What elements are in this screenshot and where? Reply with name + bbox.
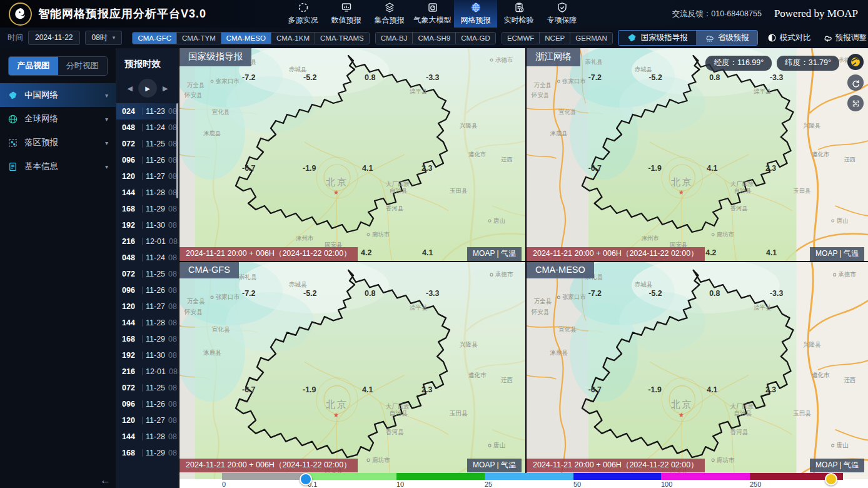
svg-text:大厂回族: 大厂回族 [730,402,754,409]
forecast-time-row[interactable]: 09611-2608 [116,152,179,168]
forecast-time: 08 [168,156,177,165]
nav-item-4[interactable]: 气象大模型 [411,0,454,28]
step-forward-button[interactable]: ▶ [163,84,168,93]
capital-star-icon: ★ [333,412,339,419]
top-nav: 多源实况数值预报集合预报气象大模型网格预报实时检验专项保障 [281,0,583,28]
svg-text:-6.7: -6.7 [588,385,602,395]
nav-item-7[interactable]: 专项保障 [540,0,583,28]
nav-item-2[interactable]: 数值预报 [325,0,368,28]
model-button[interactable]: GERMAN [570,33,612,44]
header-right: 交流反馈：010-68408755 Powered by MOAP [672,0,868,28]
forecast-date: 12-01 [146,237,166,246]
svg-text:香河县: 香河县 [386,429,404,435]
level-toggle-2[interactable]: 省级预报 [696,31,757,45]
sidebar-tab-2[interactable]: 分时视图 [58,57,108,75]
sidebar-item-1[interactable]: 中国网络▾ [0,83,116,107]
forecast-time-row[interactable]: 14411-2808 [116,429,179,445]
forecast-time-row[interactable]: 07211-2508 [116,136,179,152]
china-map-icon [627,33,637,43]
date-input[interactable]: 2024-11-22 [28,31,80,45]
forecast-hour: 120 [122,302,139,311]
powered-by: Powered by MOAP [774,8,858,20]
app-logo-icon [9,3,32,26]
basemap-button[interactable] [847,54,864,70]
model-button[interactable]: CMA-TRAMS [315,33,369,44]
map-panel-4[interactable]: 崇礼县赤城县承德市张家口市万全县怀安县宣化县涿鹿县滦平县兴隆县遵化市迁西玉田县唐… [527,262,868,488]
model-button[interactable]: CMA-TYM [177,33,221,44]
map-panel-2[interactable]: 崇礼县赤城县承德市张家口市万全县怀安县宣化县涿鹿县滦平县兴隆县遵化市迁西玉田县唐… [527,48,868,261]
forecast-time-row[interactable]: 07211-2508 [116,266,179,282]
model-button[interactable]: CMA-BJ [376,33,413,44]
forecast-hour: 144 [122,188,139,197]
scale-max-handle[interactable] [825,473,837,485]
svg-text:-7.2: -7.2 [588,288,602,298]
svg-text:唐山: 唐山 [837,217,849,224]
beijing-label: 北京 [326,176,348,187]
forecast-time-row[interactable]: 19211-3008 [116,217,179,233]
undo-button[interactable] [847,74,864,91]
forecast-time-row[interactable]: 14411-2808 [116,315,179,331]
timestamp-bar: 2024-11-21 20:00 + 006H（2024-11-22 02:00… [179,459,358,472]
forecast-time-row[interactable]: 12011-2708 [116,412,179,429]
forecast-time-row[interactable]: 04811-2408 [116,250,179,266]
svg-text:崇礼县: 崇礼县 [585,58,603,65]
svg-text:承德市: 承德市 [495,271,513,278]
row-divider [142,124,143,131]
nav-item-5[interactable]: 网格预报 [454,0,497,28]
map-panel-1[interactable]: 崇礼县赤城县承德市张家口市万全县怀安县宣化县涿鹿县滦平县兴隆县遵化市迁西玉田县唐… [179,48,525,261]
forecast-time-row[interactable]: 09611-2608 [116,282,179,298]
forecast-scrollbar[interactable] [176,103,178,198]
action-2-button[interactable]: 预报调整 [822,33,867,43]
beijing-label: 北京 [671,177,694,187]
level-toggle-1[interactable]: 国家级指导报 [618,31,696,45]
forecast-time-row[interactable]: 16811-2908 [116,331,179,347]
forecast-time-row[interactable]: 19211-3008 [116,347,179,363]
forecast-hour: 168 [122,205,139,213]
scale-min-handle[interactable] [300,473,312,485]
model-button[interactable]: CMA-GFC [133,33,177,44]
forecast-time-row[interactable]: 16811-2908 [116,445,179,461]
expand-button[interactable] [847,95,864,111]
svg-text:涿鹿县: 涿鹿县 [203,130,221,136]
sources-icon [298,2,309,13]
play-button[interactable]: ▶ [138,79,157,98]
model-button[interactable]: CMA-MESO [221,33,271,44]
forecast-time-row[interactable]: 16811-2908 [116,201,179,217]
map-panel-3[interactable]: 崇礼县赤城县承德市张家口市万全县怀安县宣化县涿鹿县滦平县兴隆县遵化市迁西玉田县唐… [179,262,525,488]
sidebar-collapse-button[interactable]: ← [100,474,111,487]
forecast-time-row[interactable]: 21612-0108 [116,363,179,380]
forecast-time-row[interactable]: 14411-2808 [116,185,179,201]
svg-text:迁西: 迁西 [844,156,855,163]
hour-select[interactable]: 08时▾ [85,31,123,45]
forecast-date: 11-25 [146,140,165,148]
chevron-down-icon: ▾ [105,163,108,170]
sidebar-item-3[interactable]: 落区预报▾ [0,131,116,155]
forecast-time-row[interactable]: 07211-2508 [116,380,179,396]
capital-star-icon: ★ [679,412,684,419]
model-button[interactable]: CMA-1KM [271,33,315,44]
forecast-time-row[interactable]: 09611-2608 [116,396,179,412]
model-button[interactable]: CMA-SH9 [413,33,456,44]
forecast-time-row[interactable]: 21612-0108 [116,233,179,250]
nav-item-6[interactable]: 实时检验 [497,0,540,28]
nav-item-3[interactable]: 集合预报 [368,0,411,28]
model-button[interactable]: CMA-GD [456,33,495,44]
svg-text:-6.7: -6.7 [242,164,256,173]
forecast-time-row[interactable]: 12011-2708 [116,298,179,315]
svg-text:香河县: 香河县 [386,205,404,211]
map-panel-title: 浙江网络 [527,48,580,66]
nav-item-label: 专项保障 [547,15,577,26]
sidebar-tab-1[interactable]: 产品视图 [9,57,58,75]
forecast-time-row[interactable]: 12011-2708 [116,168,179,185]
model-button[interactable]: ECMWF [502,33,540,44]
forecast-time-row[interactable]: 02411-2308 [116,103,179,119]
model-button[interactable]: NCEP [540,33,570,44]
forecast-time-row[interactable]: 04811-2408 [116,119,179,136]
step-back-button[interactable]: ◀ [128,84,133,93]
action-1-button[interactable]: 模式对比 [767,33,811,43]
sidebar-item-2[interactable]: 全球网络▾ [0,107,116,131]
forecast-hour: 072 [122,384,139,392]
sidebar-item-4[interactable]: 基本信息▾ [0,155,116,178]
contrast-icon [767,33,777,43]
nav-item-1[interactable]: 多源实况 [281,0,325,28]
